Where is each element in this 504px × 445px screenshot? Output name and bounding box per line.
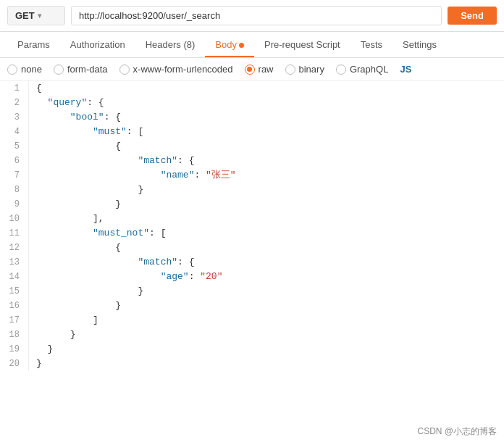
code-line-20: 20} xyxy=(0,357,504,371)
line-number: 15 xyxy=(0,284,29,299)
line-content: { xyxy=(29,241,504,255)
line-number: 7 xyxy=(0,168,29,183)
line-content: "bool": { xyxy=(29,110,504,125)
send-button[interactable]: Send xyxy=(448,7,497,25)
code-editor[interactable]: 1{2 "query": {3 "bool": {4 "must": [5 {6… xyxy=(0,81,504,371)
tab-body[interactable]: Body xyxy=(205,32,254,57)
code-line-18: 18 } xyxy=(0,328,504,342)
line-number: 2 xyxy=(0,96,29,110)
line-number: 19 xyxy=(0,342,29,357)
line-content: { xyxy=(29,139,504,154)
tab-bar: Params Authorization Headers (8) Body Pr… xyxy=(0,32,504,58)
tab-pre-request[interactable]: Pre-request Script xyxy=(254,32,350,57)
line-content: "match": { xyxy=(29,255,504,270)
line-content: } xyxy=(29,328,504,342)
line-number: 9 xyxy=(0,197,29,212)
code-line-17: 17 ] xyxy=(0,313,504,328)
radio-label-none: none xyxy=(21,64,42,75)
code-line-1: 1{ xyxy=(0,81,504,96)
radio-none[interactable]: none xyxy=(7,64,42,75)
body-dot xyxy=(239,43,244,48)
url-input[interactable] xyxy=(71,6,442,25)
line-content: } xyxy=(29,342,504,357)
code-line-11: 11 "must_not": [ xyxy=(0,226,504,241)
line-number: 4 xyxy=(0,125,29,139)
line-number: 8 xyxy=(0,183,29,197)
radio-raw[interactable]: raw xyxy=(245,64,274,75)
radio-graphql[interactable]: GraphQL xyxy=(336,64,388,75)
url-bar: GET ▾ Send xyxy=(0,0,504,32)
line-content: "match": { xyxy=(29,154,504,168)
line-number: 17 xyxy=(0,313,29,328)
radio-form-data[interactable]: form-data xyxy=(54,64,108,75)
radio-label-graphql: GraphQL xyxy=(350,64,388,75)
line-content: "must_not": [ xyxy=(29,226,504,241)
code-line-2: 2 "query": { xyxy=(0,96,504,110)
line-number: 10 xyxy=(0,212,29,226)
radio-circle-binary xyxy=(285,65,295,75)
radio-label-js: JS xyxy=(400,64,411,75)
code-line-13: 13 "match": { xyxy=(0,255,504,270)
line-content: ] xyxy=(29,313,504,328)
line-content: "must": [ xyxy=(29,125,504,139)
line-number: 16 xyxy=(0,299,29,313)
code-line-7: 7 "name": "张三" xyxy=(0,168,504,183)
radio-x-www[interactable]: x-www-form-urlencoded xyxy=(119,64,233,75)
line-number: 11 xyxy=(0,226,29,241)
radio-circle-x-www xyxy=(119,65,130,75)
line-content: "name": "张三" xyxy=(29,168,504,183)
line-number: 18 xyxy=(0,328,29,342)
method-select[interactable]: GET ▾ xyxy=(7,6,65,25)
code-line-10: 10 ], xyxy=(0,212,504,226)
radio-binary[interactable]: binary xyxy=(285,64,324,75)
tab-params[interactable]: Params xyxy=(7,32,60,57)
line-number: 12 xyxy=(0,241,29,255)
radio-circle-graphql xyxy=(336,65,346,75)
radio-circle-none xyxy=(7,65,17,75)
line-content: "age": "20" xyxy=(29,270,504,284)
code-line-16: 16 } xyxy=(0,299,504,313)
radio-label-x-www: x-www-form-urlencoded xyxy=(133,64,233,75)
radio-js[interactable]: JS xyxy=(400,64,411,75)
line-number: 1 xyxy=(0,81,29,96)
tab-authorization[interactable]: Authorization xyxy=(60,32,135,57)
line-number: 3 xyxy=(0,110,29,125)
code-line-12: 12 { xyxy=(0,241,504,255)
line-number: 6 xyxy=(0,154,29,168)
line-content: "query": { xyxy=(29,96,504,110)
radio-label-form-data: form-data xyxy=(67,64,108,75)
chevron-icon: ▾ xyxy=(38,12,41,20)
tab-tests[interactable]: Tests xyxy=(350,32,392,57)
line-number: 5 xyxy=(0,139,29,154)
line-content: ], xyxy=(29,212,504,226)
code-line-15: 15 } xyxy=(0,284,504,299)
code-line-9: 9 } xyxy=(0,197,504,212)
line-number: 14 xyxy=(0,270,29,284)
code-line-3: 3 "bool": { xyxy=(0,110,504,125)
line-number: 20 xyxy=(0,357,29,371)
tab-settings[interactable]: Settings xyxy=(392,32,447,57)
code-line-19: 19 } xyxy=(0,342,504,357)
line-content: { xyxy=(29,81,504,96)
line-content: } xyxy=(29,299,504,313)
line-content: } xyxy=(29,197,504,212)
radio-label-binary: binary xyxy=(299,64,324,75)
code-line-5: 5 { xyxy=(0,139,504,154)
code-line-14: 14 "age": "20" xyxy=(0,270,504,284)
radio-label-raw: raw xyxy=(259,64,274,75)
line-content: } xyxy=(29,284,504,299)
body-type-selector: none form-data x-www-form-urlencoded raw… xyxy=(0,58,504,81)
line-number: 13 xyxy=(0,255,29,270)
code-line-8: 8 } xyxy=(0,183,504,197)
tab-headers[interactable]: Headers (8) xyxy=(135,32,206,57)
line-content: } xyxy=(29,183,504,197)
code-line-4: 4 "must": [ xyxy=(0,125,504,139)
radio-circle-form-data xyxy=(54,65,64,75)
code-line-6: 6 "match": { xyxy=(0,154,504,168)
radio-circle-raw xyxy=(245,65,255,75)
method-label: GET xyxy=(15,10,35,21)
line-content: } xyxy=(29,357,504,371)
